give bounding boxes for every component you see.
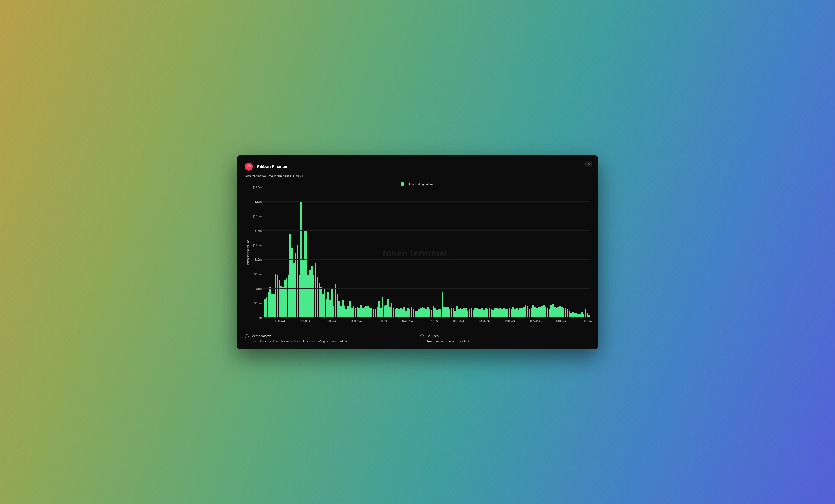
bar	[373, 309, 374, 317]
page-title: Ribbon Finance	[257, 164, 287, 169]
chart: token terminal_ Token trading volume $0$…	[245, 187, 590, 325]
bar	[400, 308, 402, 318]
bar	[581, 312, 583, 317]
bar	[492, 310, 494, 318]
bar	[346, 309, 347, 317]
bar	[572, 312, 574, 318]
bar	[409, 309, 411, 317]
bar	[385, 305, 387, 317]
bar	[472, 310, 474, 318]
bar	[317, 277, 318, 318]
bar	[297, 245, 298, 318]
bar	[287, 275, 289, 317]
bar	[565, 308, 566, 318]
bar	[536, 308, 537, 318]
bar	[427, 307, 429, 318]
bar	[529, 309, 530, 317]
bar	[269, 287, 271, 318]
bar	[273, 294, 275, 317]
bar	[347, 306, 349, 317]
bar	[360, 305, 362, 317]
bar	[523, 307, 525, 318]
bar	[483, 310, 485, 318]
bar	[494, 308, 496, 317]
bar	[313, 275, 314, 317]
bar	[539, 307, 541, 318]
bar	[502, 309, 503, 317]
gridline	[264, 187, 590, 187]
plot-area	[263, 187, 590, 318]
bar	[320, 287, 322, 318]
bar	[525, 305, 527, 317]
bar	[329, 300, 331, 318]
bar	[411, 307, 412, 318]
bar	[340, 306, 342, 317]
bar	[374, 309, 376, 317]
bar	[299, 275, 300, 317]
bar	[389, 307, 391, 318]
header: Ribbon Finance	[245, 163, 590, 171]
bar	[534, 307, 536, 318]
x-tick: 06/03/24	[326, 320, 336, 322]
y-tick: $5m	[257, 287, 262, 290]
x-axis-ticks: 05/06/2405/20/2406/03/2406/17/2407/01/24…	[263, 318, 590, 325]
bar	[507, 309, 508, 317]
bar	[549, 309, 550, 317]
bar	[561, 307, 563, 318]
bar	[413, 309, 414, 317]
bar	[326, 299, 327, 318]
sources-block: i Sources: Token trading volume: CoinGec…	[420, 334, 590, 343]
bar	[476, 308, 477, 318]
bar	[587, 313, 588, 317]
x-tick: 09/09/24	[505, 320, 515, 322]
y-tick: $10m	[255, 258, 262, 261]
bar	[264, 299, 266, 318]
bar	[333, 306, 334, 317]
bar	[567, 309, 568, 317]
y-tick: $20m	[255, 200, 262, 203]
bar	[267, 292, 269, 318]
bar	[364, 307, 365, 318]
bar	[349, 301, 351, 317]
bar	[471, 308, 472, 318]
subtitle: Rbn trading volume in the past 180 days.	[245, 174, 590, 178]
close-button[interactable]: ✕	[585, 161, 592, 167]
bar	[418, 309, 420, 317]
bar	[429, 309, 430, 317]
info-icon: i	[245, 334, 249, 338]
bar	[491, 309, 492, 317]
bar	[500, 308, 501, 317]
methodology-block: i Methodology: Token trading volume: tra…	[245, 334, 415, 343]
bar	[405, 311, 407, 318]
y-axis-ticks: $0$2.5m$5m$7.5m$10m$12.5m$15m$17.5m$20m$…	[251, 187, 263, 318]
methodology-body: Token trading volume: trading volume of …	[251, 340, 348, 343]
x-tick: 09/23/24	[530, 320, 541, 322]
bar	[280, 286, 282, 317]
bar	[387, 299, 389, 318]
x-tick: 07/29/24	[428, 320, 438, 322]
bar	[451, 308, 452, 318]
bar	[545, 307, 546, 318]
bar	[440, 309, 442, 317]
bar	[505, 309, 507, 317]
bar	[414, 311, 416, 318]
x-tick: 06/17/24	[351, 320, 362, 322]
bar	[554, 307, 555, 318]
bar	[424, 308, 425, 317]
y-tick: $15m	[255, 229, 262, 232]
bar	[286, 278, 287, 317]
y-tick: $2.5m	[254, 301, 262, 304]
bar	[538, 307, 539, 318]
bar	[433, 306, 434, 317]
y-tick: $22.5m	[253, 186, 262, 189]
sources-heading: Sources:	[427, 334, 471, 338]
bar	[407, 308, 409, 317]
bar	[275, 274, 277, 317]
gridline	[264, 303, 590, 303]
bar	[487, 309, 488, 317]
bar	[337, 294, 338, 317]
bar	[485, 308, 487, 317]
ribbon-finance-logo	[245, 163, 253, 171]
bar	[480, 309, 482, 317]
bar	[516, 308, 517, 317]
